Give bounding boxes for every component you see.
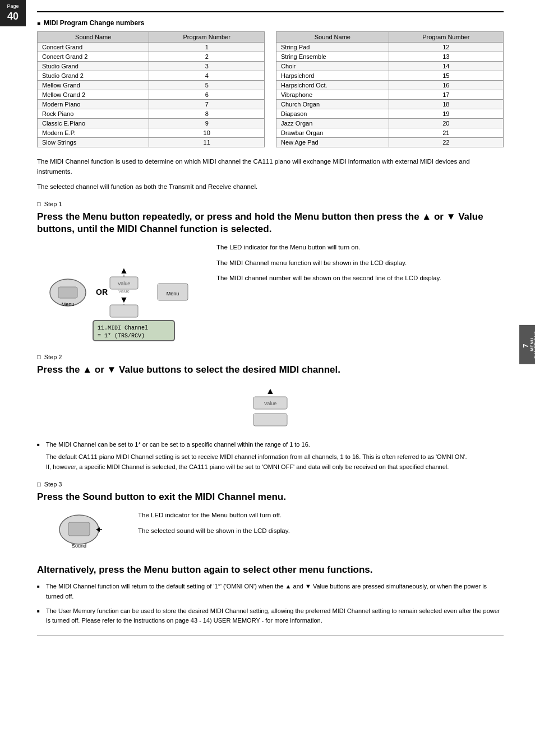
- step3-note-1: The LED indicator for the Menu button wi…: [138, 510, 290, 521]
- section-heading: MIDI Program Change numbers: [37, 19, 504, 27]
- step3-title: Press the Sound button to exit the MIDI …: [37, 491, 504, 503]
- svg-text:▲: ▲: [266, 386, 275, 396]
- svg-text:Value: Value: [264, 401, 276, 406]
- table-row: Slow Strings11: [38, 138, 265, 147]
- svg-text:Menu: Menu: [62, 302, 75, 307]
- table-row: Diapason19: [276, 109, 504, 119]
- svg-text:OR: OR: [96, 287, 108, 296]
- table-row: Drawbar Organ21: [276, 128, 504, 138]
- table-row: Mellow Grand5: [38, 81, 265, 90]
- step3-illustration: Sound: [37, 510, 127, 555]
- svg-text:▼: ▼: [119, 295, 128, 304]
- table-row: Concert Grand1: [38, 43, 265, 52]
- svg-text:=  1* (TRS/RCV): = 1* (TRS/RCV): [98, 333, 145, 339]
- step3-svg: Sound: [48, 510, 116, 555]
- step1-box: Step 1 Press the Menu button repeatedly,…: [37, 201, 504, 345]
- svg-rect-21: [253, 414, 287, 426]
- table-row: Rock Piano8: [38, 109, 265, 119]
- step2-indent-2: If, however, a specific MIDI Channel is …: [37, 462, 504, 472]
- table-row: Studio Grand 24: [38, 71, 265, 81]
- step2-notes: The MIDI Channel can be set to 1* or can…: [37, 440, 504, 472]
- step2-title: Press the ▲ or ▼ Value buttons to select…: [37, 364, 504, 376]
- info-para-1: The MIDI Channel function is used to det…: [37, 156, 504, 177]
- table-row: Classic E.Piano9: [38, 119, 265, 128]
- footer-note-1: The MIDI Channel function will return to…: [37, 582, 504, 601]
- step2-label: Step 2: [37, 354, 504, 360]
- table-row: Harpsichord15: [276, 71, 504, 81]
- table-row: Harpsichord Oct.16: [276, 81, 504, 90]
- col-header-program-left: Program Number: [149, 32, 265, 43]
- step2-svg: ▲ Value ▼: [237, 383, 304, 433]
- svg-text:Value: Value: [118, 289, 130, 294]
- step3-content: Sound The LED indicator for the Menu but…: [37, 510, 504, 555]
- chapter-marker: 7 MENUFUNCTIONS: [519, 325, 535, 364]
- step1-note-2: The MIDI Channel menu function will be s…: [216, 258, 441, 269]
- step1-svg: Menu OR ▲ Value ▼ Value Me: [37, 242, 205, 343]
- step2-bullet-note: The MIDI Channel can be set to 1* or can…: [37, 440, 504, 450]
- table-row: Concert Grand 22: [38, 52, 265, 62]
- step1-note-3: The MIDI channel number will be shown on…: [216, 273, 441, 284]
- step3-label: Step 3: [37, 481, 504, 488]
- svg-text:Menu: Menu: [167, 291, 179, 296]
- svg-rect-1: [58, 287, 77, 298]
- table-row: String Pad12: [276, 43, 504, 52]
- step2-box: Step 2 Press the ▲ or ▼ Value buttons to…: [37, 354, 504, 472]
- tables-row: Sound Name Program Number Concert Grand1…: [37, 31, 504, 147]
- svg-text:Value: Value: [118, 281, 130, 286]
- top-border: [37, 11, 504, 12]
- col-header-program-right: Program Number: [389, 32, 503, 43]
- table-row: Studio Grand3: [38, 62, 265, 71]
- step1-label: Step 1: [37, 201, 504, 207]
- chapter-number: 7: [522, 333, 530, 359]
- table-row: Modern E.P.10: [38, 128, 265, 138]
- chapter-text: MENUFUNCTIONS: [530, 331, 535, 359]
- table-row: Modern Piano7: [38, 100, 265, 109]
- table-row: Vibraphone17: [276, 90, 504, 100]
- svg-rect-8: [110, 305, 138, 317]
- table-row: Mellow Grand 26: [38, 90, 265, 100]
- info-para-2: The selected channel will function as bo…: [37, 182, 504, 192]
- alternatively-title: Alternatively, press the Menu button aga…: [37, 564, 504, 576]
- table-row: Choir14: [276, 62, 504, 71]
- step3-notes: The LED indicator for the Menu button wi…: [138, 510, 290, 541]
- main-content: MIDI Program Change numbers Sound Name P…: [31, 0, 515, 647]
- page-number: 40: [2, 10, 24, 23]
- table-row: New Age Pad22: [276, 138, 504, 147]
- step1-content: Menu OR ▲ Value ▼ Value Me: [37, 242, 504, 345]
- step1-notes: The LED indicator for the Menu button wi…: [216, 242, 441, 289]
- step1-illustration: Menu OR ▲ Value ▼ Value Me: [37, 242, 205, 345]
- table-row: Jazz Organ20: [276, 119, 504, 128]
- svg-text:▲: ▲: [119, 266, 128, 275]
- step2-indent-1: The default CA111 piano MIDI Channel set…: [37, 452, 504, 462]
- table-row: String Ensemble13: [276, 52, 504, 62]
- table-right: Sound Name Program Number String Pad12St…: [276, 31, 504, 147]
- page-tab: Page 40: [0, 0, 26, 26]
- table-row: Church Organ18: [276, 100, 504, 109]
- col-header-sound-left: Sound Name: [38, 32, 149, 43]
- page-label: Page: [2, 3, 24, 10]
- step3-note-2: The selected sound will be shown in the …: [138, 526, 290, 537]
- step1-title: Press the Menu button repeatedly, or pre…: [37, 211, 504, 235]
- footer-note-2: The User Memory function can be used to …: [37, 606, 504, 626]
- svg-rect-23: [68, 522, 90, 536]
- col-header-sound-right: Sound Name: [276, 32, 389, 43]
- bottom-border: [37, 635, 504, 636]
- step1-note-1: The LED indicator for the Menu button wi…: [216, 242, 441, 253]
- svg-text:11.MIDI Channel: 11.MIDI Channel: [98, 325, 148, 331]
- svg-text:Sound: Sound: [72, 543, 86, 549]
- table-left: Sound Name Program Number Concert Grand1…: [37, 31, 265, 147]
- step3-box: Step 3 Press the Sound button to exit th…: [37, 481, 504, 555]
